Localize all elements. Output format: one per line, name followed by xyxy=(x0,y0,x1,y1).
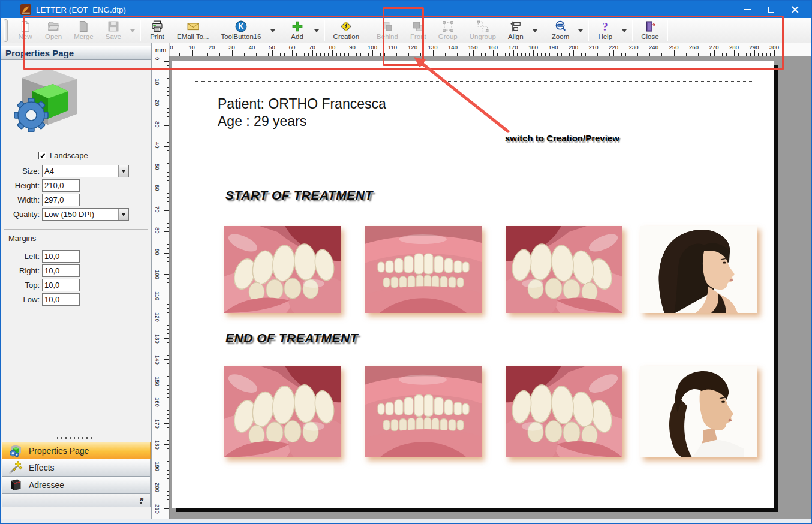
ruler-tick xyxy=(449,53,449,56)
ruler-tick xyxy=(248,53,248,56)
ruler-tick xyxy=(336,53,337,56)
section-title-start[interactable]: START OF TREATMENT xyxy=(225,188,373,203)
photo-profile-portrait-ponytail[interactable] xyxy=(640,366,757,457)
photo-intraoral-lateral-right[interactable] xyxy=(224,226,341,313)
ruler-number: 50 xyxy=(154,164,161,170)
help-button[interactable]: ?Help xyxy=(591,19,619,43)
ruler-number: 60 xyxy=(285,44,299,50)
ruler-tick xyxy=(485,53,486,56)
right-input[interactable] xyxy=(42,264,80,277)
close-window-button[interactable] xyxy=(783,1,807,18)
ruler-tick xyxy=(167,414,169,415)
align-dropdown[interactable] xyxy=(530,19,540,43)
section-title-end[interactable]: END OF TREATMENT xyxy=(225,331,358,345)
toolbar-separator xyxy=(632,20,633,41)
top-input[interactable] xyxy=(42,279,80,291)
ruler-tick xyxy=(445,53,446,56)
ruler-tick xyxy=(167,491,169,492)
ruler-tick xyxy=(497,53,498,56)
sidebar-item-effects[interactable]: Effects xyxy=(2,459,151,477)
sidebar-item-adressee[interactable]: Adressee xyxy=(2,477,151,494)
height-input[interactable] xyxy=(42,179,80,192)
zoom-button[interactable]: 100Zoom xyxy=(546,19,575,43)
quality-combobox[interactable]: Low (150 DPI) xyxy=(42,208,129,221)
email-button[interactable]: EMail To... xyxy=(171,19,215,43)
toolbar-gripper[interactable] xyxy=(4,19,8,42)
margin-field-row-right: Right: xyxy=(2,264,146,277)
ruler-tick xyxy=(457,53,458,56)
low-input[interactable] xyxy=(42,293,80,306)
combo-arrow-icon[interactable] xyxy=(118,209,128,220)
size-combobox[interactable]: A4 xyxy=(42,165,129,177)
toolbutton16-button[interactable]: KToolButton16 xyxy=(215,19,267,43)
add-dropdown[interactable] xyxy=(311,19,322,43)
ruler-tick xyxy=(240,53,240,56)
photo-intraoral-lateral-left[interactable] xyxy=(506,366,622,457)
save-floppy-icon xyxy=(107,20,119,32)
ruler-number: 210 xyxy=(587,44,600,50)
ruler-tick xyxy=(437,53,437,56)
canvas[interactable]: Patient: ORTHO Francesca Age : 29 years … xyxy=(170,56,811,519)
sidebar-header: Properties Page xyxy=(1,46,151,60)
ruler-tick xyxy=(164,210,169,211)
properties-page-large-icon xyxy=(8,65,88,143)
ruler-tick xyxy=(167,176,169,177)
sidebar-item-properties-page[interactable]: Properties Page xyxy=(2,442,151,459)
ruler-number: 160 xyxy=(154,397,161,407)
minimize-icon xyxy=(744,9,751,10)
margin-field-label-left: Left: xyxy=(2,252,40,261)
width-input[interactable] xyxy=(42,194,80,206)
ruler-tick xyxy=(702,53,702,56)
zoom-dropdown[interactable] xyxy=(575,19,586,43)
ruler-tick xyxy=(328,53,329,56)
ruler-tick xyxy=(324,53,325,56)
document-page[interactable]: Patient: ORTHO Francesca Age : 29 years … xyxy=(172,61,774,508)
close-button[interactable]: Close xyxy=(635,19,664,43)
ruler-number: 170 xyxy=(507,44,520,50)
front-group: Front xyxy=(404,19,432,43)
ruler-tick xyxy=(164,402,169,402)
size-value: A4 xyxy=(43,167,118,176)
photo-profile-portrait-long-hair[interactable] xyxy=(640,226,757,313)
ruler-tick xyxy=(167,504,169,504)
maximize-icon xyxy=(768,7,774,13)
add-plus-icon xyxy=(291,20,303,32)
horizontal-ruler: 0102030405060708090100110120130140150160… xyxy=(170,43,811,56)
splitter-handle[interactable] xyxy=(57,436,95,439)
left-input[interactable] xyxy=(42,250,80,263)
photo-intraoral-lateral-right[interactable] xyxy=(224,366,341,457)
ungroup-button: Ungroup xyxy=(464,19,502,43)
add-button[interactable]: Add xyxy=(284,19,311,43)
ruler-tick xyxy=(164,104,169,104)
group-label: Group xyxy=(438,33,458,40)
ruler-number: 40 xyxy=(245,44,258,50)
svg-text:100: 100 xyxy=(558,24,563,27)
page-fields: Size:A4Height:Width:Quality:Low (150 DPI… xyxy=(2,165,146,222)
ruler-tick xyxy=(594,50,594,56)
caret-down-icon xyxy=(578,29,583,35)
ruler-tick xyxy=(706,53,706,56)
print-button[interactable]: Print xyxy=(143,19,171,43)
nav-more-row[interactable]: » xyxy=(2,494,151,507)
page-field-label-height: Height: xyxy=(2,181,40,190)
minimize-button[interactable] xyxy=(735,1,759,18)
patient-name-text[interactable]: Patient: ORTHO Francesca xyxy=(218,96,386,112)
creation-button[interactable]: Creation xyxy=(327,19,365,43)
landscape-checkbox[interactable]: Landscape xyxy=(38,151,88,160)
combo-arrow-icon[interactable] xyxy=(118,165,128,177)
toolbar-separator xyxy=(543,20,543,41)
patient-age-text[interactable]: Age : 29 years xyxy=(218,113,306,130)
sidebar: Properties Page xyxy=(1,43,152,519)
ruler-number: 160 xyxy=(486,44,500,50)
photo-intraoral-frontal[interactable] xyxy=(365,366,482,457)
maximize-button[interactable] xyxy=(759,1,783,18)
help-dropdown[interactable] xyxy=(619,19,630,43)
photo-intraoral-frontal[interactable] xyxy=(365,226,482,313)
toolbutton16-dropdown[interactable] xyxy=(267,19,278,43)
ruler-tick xyxy=(304,53,305,56)
page-field-label-size: Size: xyxy=(2,167,40,176)
ruler-tick xyxy=(164,359,169,360)
ruler-tick xyxy=(167,287,169,287)
photo-intraoral-lateral-left[interactable] xyxy=(506,226,622,313)
align-button[interactable]: Align xyxy=(502,19,530,43)
